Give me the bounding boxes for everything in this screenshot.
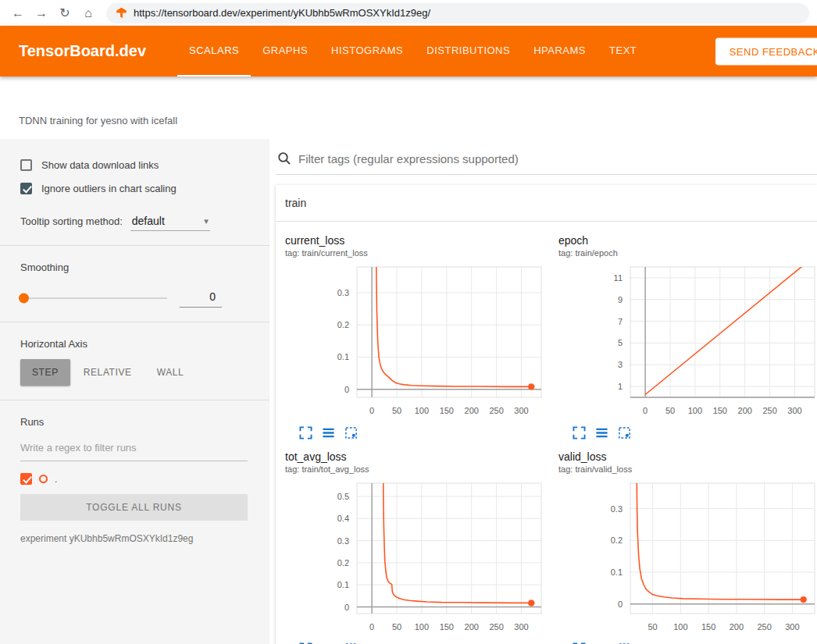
url-text: https://tensorboard.dev/experiment/yKUbh… (134, 7, 430, 19)
chart-canvas[interactable]: 05010015020025030000.10.20.30.40.5 (285, 477, 548, 637)
svg-text:0.5: 0.5 (337, 492, 349, 501)
browser-toolbar: ← → ↻ ⌂ https://tensorboard.dev/experime… (0, 0, 817, 26)
tab-distributions[interactable]: DISTRIBUTIONS (415, 26, 522, 76)
chart-toolbar (285, 426, 552, 439)
sidebar-divider (0, 400, 269, 400)
charts-grid: current_losstag: train/current_loss05010… (276, 222, 817, 644)
fit-domain-icon (618, 426, 631, 439)
runs-filter-input[interactable] (20, 436, 248, 461)
svg-text:200: 200 (738, 406, 752, 415)
run-list-item[interactable]: . (20, 473, 248, 485)
ignore-outliers-checkbox[interactable] (20, 183, 32, 194)
svg-text:0.1: 0.1 (611, 568, 623, 577)
home-icon[interactable]: ⌂ (78, 7, 98, 20)
svg-text:100: 100 (415, 622, 429, 632)
train-section-header[interactable]: train (276, 185, 817, 222)
svg-text:1: 1 (618, 382, 623, 391)
svg-text:0: 0 (344, 385, 349, 394)
svg-text:9: 9 (618, 295, 623, 304)
horizontal-axis-label: Horizontal Axis (20, 338, 248, 350)
ignore-outliers-row[interactable]: Ignore outliers in chart scaling (20, 183, 248, 194)
run-color-swatch-icon (39, 475, 48, 483)
chart-canvas[interactable]: 05010015020025030000.10.20.3 (285, 261, 548, 421)
fit-domain-button[interactable] (618, 426, 631, 439)
expand-chart-button[interactable] (299, 426, 312, 439)
view-data-button[interactable] (595, 426, 608, 439)
chart-canvas[interactable]: 0501001502002503001357911 (558, 261, 817, 421)
experiment-id-note: experiment yKUbhb5wRmOSXYkId1z9eg (20, 533, 248, 544)
chart-title: tot_avg_loss (285, 450, 552, 463)
tag-filter-input[interactable] (298, 152, 814, 165)
smoothing-value-input[interactable]: 0 (180, 289, 222, 308)
svg-text:250: 250 (489, 622, 503, 632)
svg-text:5: 5 (618, 338, 623, 347)
tooltip-sorting-select[interactable]: default ▾ (130, 213, 210, 231)
scalar-chart-tot_avg_loss: tot_avg_losstag: train/tot_avg_loss05010… (285, 450, 552, 644)
data-lines-icon (595, 426, 608, 439)
svg-text:0: 0 (369, 406, 374, 415)
toggle-all-runs-button[interactable]: TOGGLE ALL RUNS (20, 494, 248, 521)
svg-text:250: 250 (757, 622, 771, 632)
chart-canvas[interactable]: 5010015020025030000.10.20.3 (558, 477, 817, 637)
forward-icon[interactable]: → (31, 7, 52, 20)
tab-text[interactable]: TEXT (598, 26, 648, 76)
chart-tag: tag: train/valid_loss (558, 464, 817, 474)
svg-text:150: 150 (440, 622, 454, 632)
tab-scalars[interactable]: SCALARS (177, 26, 251, 76)
fit-domain-button[interactable] (344, 426, 358, 439)
svg-text:0.1: 0.1 (337, 580, 349, 589)
chart-title: valid_loss (558, 450, 817, 463)
svg-text:0.2: 0.2 (337, 320, 349, 329)
horizontal-axis-toggle: STEP RELATIVE WALL (20, 359, 248, 386)
chart-tag: tag: train/current_loss (285, 248, 552, 258)
experiment-title: TDNN training for yesno with icefall (19, 115, 177, 126)
svg-text:300: 300 (787, 406, 801, 415)
tensorboard-favicon-icon (116, 7, 127, 19)
svg-text:0: 0 (618, 600, 623, 609)
tab-graphs[interactable]: GRAPHS (251, 26, 319, 76)
chart-tag: tag: train/epoch (558, 248, 817, 258)
tab-hparams[interactable]: HPARAMS (522, 26, 598, 76)
smoothing-slider[interactable] (20, 297, 167, 299)
back-icon[interactable]: ← (8, 7, 28, 20)
chevron-down-icon: ▾ (204, 216, 209, 226)
nav-tabs: SCALARS GRAPHS HISTOGRAMS DISTRIBUTIONS … (177, 26, 648, 76)
chart-toolbar (558, 426, 817, 439)
reload-icon[interactable]: ↻ (55, 7, 75, 20)
svg-text:7: 7 (618, 317, 623, 326)
svg-text:50: 50 (665, 406, 675, 415)
expand-chart-icon (573, 426, 586, 439)
svg-text:100: 100 (415, 406, 429, 415)
send-feedback-button[interactable]: SEND FEEDBACK (715, 37, 817, 65)
smoothing-label: Smoothing (20, 262, 248, 273)
axis-wall-button[interactable]: WALL (145, 359, 196, 386)
svg-text:0.3: 0.3 (337, 536, 349, 546)
svg-text:0.2: 0.2 (611, 535, 623, 545)
svg-text:0: 0 (344, 603, 349, 612)
runs-label: Runs (20, 416, 248, 428)
smoothing-slider-thumb[interactable] (19, 294, 29, 304)
axis-step-button[interactable]: STEP (20, 359, 70, 386)
show-download-links-row[interactable]: Show data download links (20, 159, 248, 171)
search-icon (277, 151, 291, 165)
svg-text:0.4: 0.4 (337, 514, 349, 523)
view-data-button[interactable] (322, 426, 335, 439)
svg-text:3: 3 (618, 360, 623, 369)
svg-text:300: 300 (785, 622, 799, 632)
run-checkbox[interactable] (20, 473, 32, 485)
sidebar-divider (0, 245, 269, 246)
tag-filter-row (276, 145, 817, 175)
svg-text:50: 50 (648, 622, 657, 632)
svg-text:50: 50 (392, 406, 401, 415)
svg-text:0.3: 0.3 (337, 288, 349, 297)
svg-text:0: 0 (643, 406, 648, 415)
expand-chart-icon (299, 426, 312, 439)
axis-relative-button[interactable]: RELATIVE (72, 359, 144, 386)
svg-text:100: 100 (688, 406, 702, 415)
show-download-links-checkbox[interactable] (20, 159, 32, 171)
svg-text:11: 11 (614, 273, 623, 283)
tab-histograms[interactable]: HISTOGRAMS (319, 26, 415, 76)
svg-text:200: 200 (465, 406, 479, 415)
expand-chart-button[interactable] (573, 426, 586, 439)
address-bar[interactable]: https://tensorboard.dev/experiment/yKUbh… (106, 3, 809, 23)
